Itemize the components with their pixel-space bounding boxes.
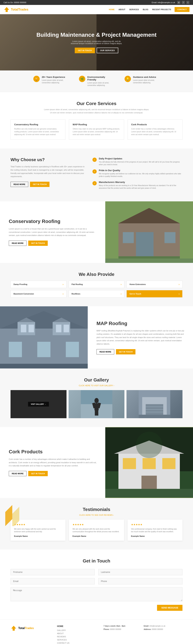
logo[interactable]: TotalTrades	[3, 6, 28, 13]
also-home-extensions[interactable]: Home Extensions ›	[127, 280, 183, 288]
nav-home[interactable]: HOME	[107, 8, 116, 12]
svg-rect-22	[66, 342, 79, 357]
svg-rect-43	[123, 458, 136, 469]
testimonial-3: ★★★★★ Very professional company, from st…	[128, 520, 183, 541]
footer-link-services[interactable]: SERVICES	[57, 639, 96, 641]
nav-services[interactable]: SERVICES	[127, 8, 141, 12]
nav-blog[interactable]: BLOG	[141, 8, 150, 12]
flat-roofing-arrow: ›	[121, 283, 122, 286]
feature-experience-text: Lorem ipsum dolor sit amet, consectetur …	[42, 79, 68, 84]
footer-link-contact[interactable]: CONTACT US	[57, 642, 96, 644]
svg-rect-44	[143, 458, 156, 469]
svg-point-26	[94, 398, 99, 403]
footer-info: 7 days a week | 8am - 8pm Email: info@ex…	[104, 625, 183, 630]
svg-rect-7	[118, 256, 180, 259]
also-basement-conversion[interactable]: Basement Conversion ›	[10, 290, 66, 298]
form-submit-row: SEND MESSAGE	[10, 605, 183, 611]
testimonials-grid: ★★★★★ We were very happy with the work c…	[10, 520, 183, 541]
cork-get-in-touch-button[interactable]: GET IN TOUCH	[28, 471, 48, 476]
nav-links: HOME ABOUT SERVICES BLOG RECENT PROJECTS…	[107, 7, 190, 12]
gallery-visit-button[interactable]: VISIT GALLERY →	[28, 402, 49, 406]
testimonials-decoration	[3, 505, 21, 527]
conservatory-title: Conservatory Roofing	[9, 218, 96, 224]
send-message-button[interactable]: SEND MESSAGE	[157, 605, 183, 611]
lastname-input[interactable]	[98, 569, 183, 575]
email-input[interactable]	[10, 578, 95, 584]
svg-rect-5	[123, 232, 134, 243]
feature-guidance-text: Lorem ipsum dolor sit amet, consectetur …	[133, 79, 160, 84]
flat-roofing-label: Flat Roofing	[72, 283, 83, 285]
feature-eco-text: Lorem ipsum dolor sit amet, consectetur …	[87, 82, 114, 87]
facebook-icon[interactable]: f	[182, 1, 185, 4]
svg-rect-20	[9, 342, 22, 357]
why-feature-daily: ✓ Daily Project Updates You will always …	[92, 157, 183, 166]
why-read-more-button[interactable]: READ MORE	[10, 182, 28, 187]
conservatory-read-more-button[interactable]: READ MORE	[9, 240, 26, 246]
feature-experience-title: 20+ Years Experience	[42, 76, 68, 78]
also-damp-proofing[interactable]: Damp Proofing ›	[10, 280, 66, 288]
gallery-item-3	[127, 390, 183, 418]
footer-link-reviews[interactable]: REVIEWS	[57, 636, 96, 638]
main-nav: TotalTrades HOME ABOUT SERVICES BLOG REC…	[0, 5, 193, 14]
nav-contact-button[interactable]: CONTACT	[175, 7, 190, 12]
gallery-title: Our Gallery	[10, 377, 183, 383]
also-get-in-touch[interactable]: Get in Touch ›	[127, 290, 183, 298]
nav-projects[interactable]: RECENT PROJECTS	[150, 8, 173, 12]
conservatory-text: Lorem ipsum is a roof to a house that ca…	[9, 227, 96, 237]
basement-conversion-arrow: ›	[63, 292, 63, 295]
firstname-input[interactable]	[10, 569, 95, 575]
guidance-icon: 💡	[125, 76, 131, 82]
footer-logo-section: TotalTrades	[10, 625, 50, 634]
map-get-in-touch-button[interactable]: GET IN TOUCH	[116, 349, 136, 354]
message-input[interactable]	[10, 587, 183, 601]
footer-logo-text: TotalTrades	[18, 626, 34, 630]
service-map-text: Others may claim to only use genuine MAP…	[73, 128, 120, 136]
warranty-feature-text: Many of the products we are working to a…	[99, 184, 183, 190]
linkedin-icon[interactable]: in	[177, 1, 180, 4]
also-flat-roofing[interactable]: Flat Roofing ›	[69, 280, 125, 288]
also-get-in-touch-label: Get in Touch	[130, 293, 141, 295]
service-cork-title: Cork Products	[131, 123, 179, 126]
footer-link-gallery[interactable]: GALLERY	[57, 629, 96, 631]
testimonials-link[interactable]: CLICK HERE TO SEE OUR REVIEWS ›	[10, 514, 183, 516]
services-grid: Conservatory Roofing Roofline can only i…	[10, 120, 183, 140]
warranty-feature-title: Manufacturers Warranty	[99, 181, 183, 184]
also-rooflines[interactable]: Rooflines ›	[69, 290, 125, 298]
service-card-cork: Cork Products Cork render has a number o…	[128, 120, 183, 140]
svg-rect-45	[162, 458, 176, 469]
testimonial-2-text: We are very pleased with the work done a…	[72, 528, 120, 533]
map-read-more-button[interactable]: READ MORE	[96, 349, 114, 354]
contact-title: Get in Touch	[10, 558, 183, 564]
svg-rect-46	[141, 476, 157, 489]
damp-proofing-arrow: ›	[63, 283, 63, 286]
svg-rect-17	[29, 325, 34, 332]
conservatory-image	[105, 201, 193, 263]
cork-read-more-button[interactable]: READ MORE	[9, 471, 26, 476]
footer-info-grid: 7 days a week | 8am - 8pm Email: info@ex…	[104, 625, 183, 630]
why-get-in-touch-button[interactable]: GET IN TOUCH	[30, 182, 49, 187]
service-card-conservatory: Conservatory Roofing Roofline can only i…	[10, 120, 65, 140]
gallery-link[interactable]: CLICK HERE TO VISIT OUR GALLERY ›	[10, 384, 183, 386]
footer-link-about[interactable]: ABOUT	[57, 632, 96, 634]
topbar-email: Email: info@example.co.uk	[152, 2, 175, 4]
svg-rect-8	[105, 258, 193, 263]
testimonials-link-text: CLICK HERE TO SEE OUR REVIEWS	[79, 514, 112, 516]
twitter-icon[interactable]: t	[186, 1, 190, 4]
nav-about[interactable]: ABOUT	[117, 8, 127, 12]
conservatory-content: Conservatory Roofing Lorem ipsum is a ro…	[0, 201, 105, 263]
feature-guidance-title: Guidance and Advice	[133, 76, 160, 78]
footer-phone: Phone: 00000 000000	[104, 628, 142, 630]
cork-title: Cork Products	[9, 449, 96, 455]
top-bar: Call Us On: 00000 000000 Email: info@exa…	[0, 0, 193, 5]
hero-get-in-touch-button[interactable]: GET IN TOUCH	[75, 48, 95, 53]
why-left: Why Choose us? Total Trades is a family …	[10, 157, 85, 192]
phone-input[interactable]	[98, 578, 183, 584]
cork-section: Cork Products Cork render has a number o…	[0, 427, 193, 498]
hero-our-services-button[interactable]: OUR SERVICES	[97, 48, 118, 53]
features-bar: 🏆 20+ Years Experience Lorem ipsum dolor…	[0, 70, 193, 92]
damp-proofing-label: Damp Proofing	[13, 283, 27, 285]
rooflines-label: Rooflines	[72, 293, 80, 295]
feature-eco: 🌿 Environmentally Friendly Lorem ipsum d…	[79, 76, 114, 87]
service-cork-text: Cork render has a number of key advantag…	[131, 128, 179, 136]
conservatory-get-in-touch-button[interactable]: GET IN TOUCH	[28, 240, 48, 246]
